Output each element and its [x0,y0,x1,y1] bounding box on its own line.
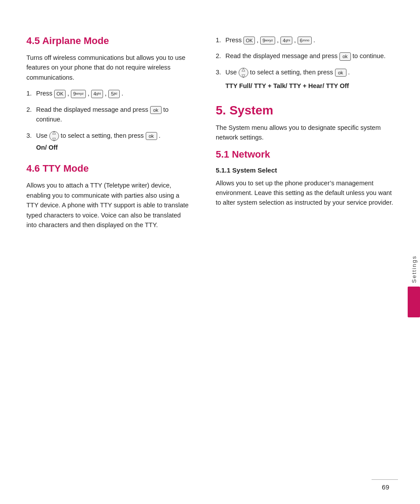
step-3-options-left: On/ Off [36,143,189,152]
step-1-right: 1. Press OK , 9wxyz , 4ghi , 6mno . [216,35,394,45]
key-ok-3: ok [146,132,157,140]
section-511-title: 5.1.1 System Select [216,166,394,174]
key-4ghi-1: 4ghi [91,90,103,98]
key-ok-r1: OK [243,37,255,44]
step-3-left: 3. Use △▽ to select a setting, then pres… [26,131,189,153]
key-9wxyz-r1: 9wxyz [260,37,275,44]
section-45-description: Turns off wireless communications but al… [26,53,189,82]
section-45-title: 4.5 Airplane Mode [26,35,189,47]
section-511-description: Allows you to set up the phone producer’… [216,178,394,208]
nav-icon-r1: △▽ [239,68,248,77]
step-num-3-right: 3. [216,67,225,91]
step-num-3-left: 3. [26,131,36,153]
divider [372,479,398,480]
step-1-left: 1. Press OK , 9wxyz , 4ghi , 5jkl . [26,88,189,98]
step-num-2-right: 2. [216,51,225,61]
step-num-1-right: 1. [216,35,225,45]
key-5jkl-1: 5jkl [108,90,120,98]
section-46-title: 4.6 TTY Mode [26,163,189,174]
sidebar-bar [408,287,420,317]
step-3-right: 3. Use △▽ to select a setting, then pres… [216,67,394,91]
page-number: 69 [382,483,389,491]
section-46-description: Allows you to attach a TTY (Teletype wri… [26,180,189,230]
step-2-right: 2. Read the displayed message and press … [216,51,394,61]
key-ok-r2: ok [339,52,351,60]
nav-icon-1: △▽ [49,131,59,141]
section-5-description: The System menu allows you to designate … [216,123,394,143]
key-4ghi-r1: 4ghi [280,37,292,44]
section-5-title: 5. System [216,103,394,118]
key-ok-r3: ok [335,69,346,77]
step-num-2-left: 2. [26,105,36,125]
key-9wxyz-1: 9wxyz [71,90,86,98]
key-ok-1: OK [54,90,66,98]
key-6mno-r1: 6mno [298,37,312,44]
sidebar-label-text: Settings [411,255,417,283]
step-2-left: 2. Read the displayed message and press … [26,105,189,125]
section-51-title: 5.1 Network [216,149,394,160]
step-num-1-left: 1. [26,88,36,98]
key-ok-2: ok [150,106,162,114]
tty-options: TTY Full/ TTY + Talk/ TTY + Hear/ TTY Of… [225,81,394,91]
sidebar: Settings [408,255,420,317]
